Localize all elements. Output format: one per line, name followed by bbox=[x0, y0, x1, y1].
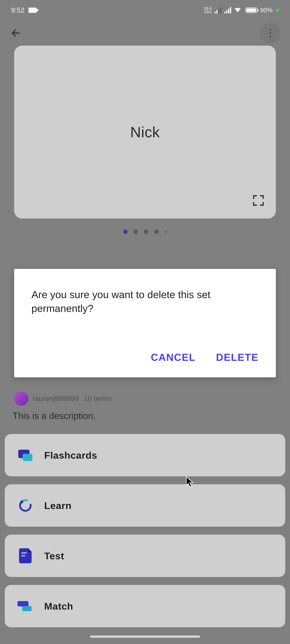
svg-point-0 bbox=[270, 29, 271, 30]
signal-bars-icon bbox=[224, 7, 231, 13]
dot bbox=[154, 230, 159, 234]
camera-icon bbox=[28, 8, 36, 13]
svg-point-1 bbox=[270, 32, 271, 34]
set-description: This is a description. bbox=[12, 410, 96, 421]
test-icon bbox=[19, 548, 32, 563]
flashcards-icon bbox=[18, 450, 32, 461]
flashcard[interactable]: Nick bbox=[14, 46, 276, 218]
svg-point-5 bbox=[20, 500, 23, 504]
dot bbox=[144, 230, 148, 234]
carousel-dots bbox=[14, 230, 276, 234]
mode-test[interactable]: Test bbox=[5, 534, 285, 577]
home-indicator[interactable] bbox=[90, 636, 200, 638]
user-terms-row: laurenj999999 10 terms bbox=[14, 392, 276, 406]
mode-learn[interactable]: Learn bbox=[5, 484, 285, 527]
study-modes-list: Flashcards Learn Test Match bbox=[5, 434, 285, 627]
mode-flashcards[interactable]: Flashcards bbox=[5, 434, 285, 476]
recording-dot-icon bbox=[276, 9, 279, 12]
dot bbox=[134, 230, 138, 234]
svg-point-2 bbox=[270, 36, 271, 37]
terms-fragment: 10 terms bbox=[84, 395, 112, 402]
mode-label: Flashcards bbox=[44, 450, 97, 461]
battery-icon bbox=[245, 8, 257, 13]
mode-label: Match bbox=[44, 600, 73, 612]
network-speed: 29.8 KB/s bbox=[204, 7, 212, 14]
battery-percent: 90% bbox=[260, 7, 273, 14]
cursor-icon bbox=[186, 476, 194, 488]
username-fragment: laurenj999999 bbox=[33, 395, 79, 402]
avatar bbox=[14, 392, 28, 406]
flashcard-term: Nick bbox=[130, 124, 160, 141]
status-bar: 9:52 29.8 KB/s 90% bbox=[0, 0, 290, 20]
dialog-message: Are you sure you want to delete this set… bbox=[32, 288, 258, 316]
back-button[interactable] bbox=[10, 27, 22, 39]
dot-small bbox=[165, 231, 167, 233]
more-menu-button[interactable] bbox=[260, 23, 280, 43]
wifi-icon bbox=[234, 6, 242, 15]
status-time: 9:52 bbox=[11, 6, 24, 14]
app-bar bbox=[0, 20, 290, 46]
signal-bars-icon bbox=[214, 7, 222, 13]
mode-label: Learn bbox=[44, 500, 72, 511]
delete-button[interactable]: DELETE bbox=[216, 352, 258, 363]
confirm-delete-dialog: Are you sure you want to delete this set… bbox=[14, 269, 276, 377]
cancel-button[interactable]: CANCEL bbox=[151, 352, 196, 363]
expand-icon[interactable] bbox=[252, 194, 265, 208]
dot-active bbox=[123, 230, 128, 234]
mode-match[interactable]: Match bbox=[5, 585, 285, 627]
learn-icon bbox=[18, 498, 33, 513]
match-icon bbox=[18, 600, 33, 612]
mode-label: Test bbox=[44, 550, 64, 562]
